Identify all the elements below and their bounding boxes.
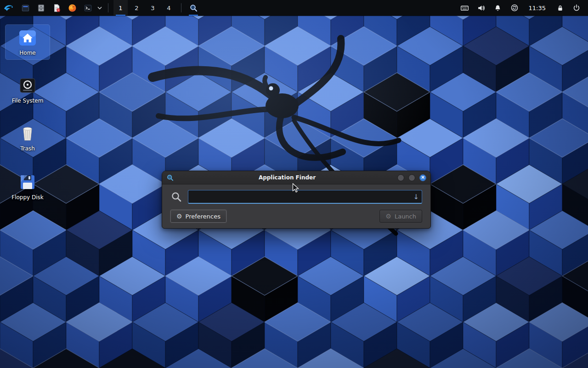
desktop-icon-label: File System [12,98,44,104]
notifications-bell-icon [494,4,502,12]
volume-button[interactable] [475,0,488,16]
maximize-button[interactable] [408,174,415,181]
workspace-label: 3 [151,5,154,12]
file-cabinet-icon [37,4,45,12]
lock-icon [556,4,564,12]
launch-button[interactable]: ⚙ Launch [379,210,422,223]
workspace-label: 1 [119,5,122,12]
desktop-icon-home[interactable]: Home [6,25,50,59]
launcher-terminal-button[interactable] [81,0,95,16]
launch-run-icon: ⚙ [385,213,391,219]
search-input-wrap: ↓ [188,190,422,204]
launcher-text-editor-button[interactable] [50,0,63,16]
window-title: Application Finder [181,174,394,181]
updates-sync-button[interactable] [508,0,521,16]
document-red-badge-icon [52,4,61,12]
launcher-firefox-button[interactable] [65,0,79,16]
window-body: ↓ ⚙ Preferences ⚙ Launch [162,184,430,228]
trash-can-icon [17,123,38,144]
desktop-icon-floppy-disk[interactable]: Floppy Disk [6,169,50,204]
panel-left-group: 1 2 3 4 [1,0,200,16]
launcher-file-manager-button[interactable] [34,0,48,16]
application-finder-window: Application Finder ✕ ↓ ⚙ Preferences ⚙ [162,171,431,229]
window-controls: ✕ [397,174,426,181]
search-row: ↓ [168,189,425,210]
workspace-1-button[interactable]: 1 [113,0,128,16]
updates-sync-icon [510,4,519,12]
desktop-icon-trash[interactable]: Trash [6,121,50,155]
lock-screen-button[interactable] [553,0,567,16]
power-logout-button[interactable] [570,0,583,16]
button-row: ⚙ Preferences ⚙ Launch [168,210,425,223]
volume-icon [477,4,486,12]
terminal-dropdown-button[interactable] [96,0,103,16]
close-button[interactable]: ✕ [419,174,426,181]
search-icon [170,191,182,203]
dark-window-icon [21,4,30,12]
panel-separator [108,3,108,12]
notifications-button[interactable] [491,0,505,16]
search-input[interactable] [188,190,422,204]
desktop-icon-label: Floppy Disk [11,195,44,201]
keyboard-icon [460,4,469,12]
workspace-2-button[interactable]: 2 [130,0,144,16]
desktop-icon-label: Trash [20,146,35,152]
minimize-button[interactable] [397,174,404,181]
floppy-disk-icon [17,172,38,192]
drive-icon [17,75,38,96]
chevron-down-icon [97,6,102,10]
kali-dragon-icon [3,3,14,13]
clock[interactable]: 11:35 [529,5,546,12]
desktop-icon-label: Home [19,50,35,57]
desktop-icon-file-system[interactable]: File System [6,73,50,107]
preferences-button[interactable]: ⚙ Preferences [170,210,226,223]
panel-tray: 11:35 [458,0,588,16]
search-icon [189,4,198,12]
terminal-icon [84,4,92,12]
firefox-icon [68,4,77,12]
power-icon [572,4,581,12]
workspace-3-button[interactable]: 3 [146,0,160,16]
workspace-4-button[interactable]: 4 [162,0,176,16]
kali-menu-button[interactable] [1,0,17,16]
close-icon: ✕ [421,175,424,180]
launch-label: Launch [395,213,416,220]
workspace-label: 4 [167,5,170,12]
keyboard-indicator-button[interactable] [458,0,472,16]
home-folder-icon [17,28,38,48]
launcher-window-app-button[interactable] [18,0,32,16]
panel-separator [181,3,181,12]
down-arrow-icon[interactable]: ↓ [413,194,419,201]
workspace-label: 2 [135,5,138,12]
taskbar-application-finder-button[interactable] [187,0,200,16]
preferences-label: Preferences [186,213,220,220]
window-titlebar-search-icon [166,174,174,182]
gear-icon: ⚙ [176,213,182,219]
top-panel: 1 2 3 4 [0,0,588,16]
titlebar[interactable]: Application Finder ✕ [162,171,430,184]
